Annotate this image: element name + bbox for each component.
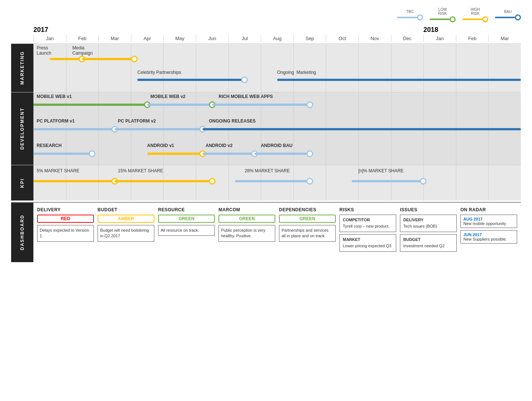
month-cell: Oct [326, 35, 358, 42]
gantt-bar [82, 58, 134, 60]
dashboard-heading: ISSUES [400, 207, 457, 212]
marketing-label: MARKETING [11, 44, 33, 92]
grid-line [423, 44, 424, 92]
gantt-bar [137, 79, 244, 81]
gantt-bar [33, 153, 92, 155]
marketing-content: Press LaunchMedia CampaignCelebrity Part… [33, 44, 521, 92]
legend-dot [482, 16, 488, 22]
month-cell: Jan [33, 35, 66, 42]
grid-line [326, 44, 326, 92]
legend-line [430, 16, 456, 22]
grid-line [98, 44, 99, 92]
legend-track [495, 17, 515, 18]
grid-line [229, 165, 229, 200]
legend-item-label: TBC [406, 10, 414, 14]
legend-item-label: HIGH RISK [471, 7, 480, 16]
month-cell: Mar [488, 35, 521, 42]
marketing-section: MARKETING Press LaunchMedia CampaignCele… [11, 43, 521, 92]
dashboard-col: ISSUESDELIVERYTech issues (BOB)BUDGETInv… [400, 207, 457, 258]
gantt-bar [115, 180, 212, 182]
dashboard-text: Budget will need bolstering in Q2 2017 [100, 228, 152, 239]
legend-dot [515, 14, 521, 20]
year-label: 2018 [423, 26, 438, 34]
gantt-dot [420, 178, 427, 185]
gantt-label: ANDROID BAU [261, 143, 292, 148]
grid-line [33, 44, 34, 92]
gantt-dot [209, 178, 216, 185]
dashboard-col: BUDGETAMBERBudget will need bolstering i… [98, 207, 154, 258]
month-cell: Nov [358, 35, 391, 42]
gantt-label: PC PLATFORM v1 [37, 118, 75, 124]
development-section: DEVELOPMENT MOBILE WEB v1MOBILE WEB v2RI… [11, 92, 521, 165]
gantt-dot [89, 150, 95, 157]
grid-line [229, 44, 229, 92]
gantt-label: PC PLATFORM v2 [118, 118, 156, 124]
dashboard-item-box: DELIVERYTech issues (BOB) [400, 215, 457, 232]
dashboard-item-box: COMPETITORTyrell corp – new product. [339, 215, 396, 232]
dashboard-col: ON RADARAUG 2017New mobile opportunityJU… [460, 207, 517, 258]
label-spacer [11, 26, 33, 43]
dashboard-item-title: BUDGET [403, 237, 453, 242]
dashboard-item-text: Lower pricing expected Q3 [343, 243, 393, 249]
grid-line [293, 165, 294, 200]
dashboard-heading: MARCOM [219, 207, 275, 212]
gantt-bar [254, 153, 310, 155]
dashboard-text: Delays expected to Version 1 [40, 228, 91, 239]
timeline-area: 20172018 JanFebMarAprMayJunJulAugSepOctN… [33, 26, 521, 43]
gantt-label: ONGOING RELEASES [209, 118, 256, 124]
kpi-section: KPI 5% MARKET SHARE15% MARKET SHARE28% M… [11, 165, 521, 200]
gantt-bar [147, 104, 212, 106]
grid-line [33, 165, 34, 200]
dashboard-heading: ON RADAR [460, 207, 517, 212]
gantt-dot [306, 178, 313, 185]
dashboard-heading: BUDGET [98, 207, 154, 212]
month-cell: Feb [456, 35, 489, 42]
gantt-label: Ongoing Marketing [277, 70, 316, 75]
dashboard-heading: DEPENDENCIES [279, 207, 336, 212]
dashboard-item-text: Tech issues (BOB) [403, 224, 453, 229]
on-radar-item: JUN 2017New Suppliers possible. [460, 230, 517, 244]
legend-track [462, 19, 483, 20]
status-badge: AMBER [98, 215, 154, 223]
gantt-bar [50, 58, 82, 60]
month-cell: Aug [261, 35, 293, 42]
month-cell: Jan [423, 35, 456, 42]
dashboard-content: DELIVERYREDDelays expected to Version 1B… [33, 203, 521, 262]
year-row: 20172018 [33, 26, 521, 34]
gantt-dot [306, 150, 313, 157]
legend: TBCLOW RISKHIGH RISKBAU [380, 7, 521, 22]
gantt-label: 5% MARKET SHARE [37, 168, 79, 173]
month-cell: Jul [229, 35, 261, 42]
grid-line [488, 165, 489, 200]
grid-line [326, 165, 326, 200]
legend-line [397, 14, 423, 20]
grid-line [131, 44, 131, 92]
gantt-label: ANDROID v1 [147, 143, 174, 148]
grid-line [261, 44, 261, 92]
grid-line [456, 165, 456, 200]
dashboard-col: RISKSCOMPETITORTyrell corp – new product… [339, 207, 396, 258]
status-badge: GREEN [158, 215, 215, 223]
grid-line [196, 165, 196, 200]
gantt-label: MOBILE WEB v2 [150, 94, 185, 99]
gantt-bar [203, 153, 254, 155]
gantt-dot [306, 101, 313, 108]
gantt-label: Press Launch [37, 45, 51, 56]
year-label: 2017 [33, 26, 48, 34]
month-cell: May [163, 35, 196, 42]
status-badge: GREEN [219, 215, 275, 223]
grid-line [391, 44, 391, 92]
gantt-label: Celebrity Partnerships [137, 70, 181, 75]
dashboard-item-title: COMPETITOR [343, 217, 393, 223]
gantt-dot [241, 76, 248, 83]
dashboard-text: All resource on track. [161, 228, 212, 233]
grid-line [163, 44, 164, 92]
page: TBCLOW RISKHIGH RISKBAU 20172018 JanFebM… [0, 0, 532, 401]
legend-line [495, 14, 521, 20]
legend-track [397, 17, 417, 18]
status-badge: RED [37, 215, 94, 223]
month-cell: Feb [66, 35, 99, 42]
gantt-label: RESEARCH [37, 143, 62, 148]
grid-line [196, 44, 196, 92]
dashboard-item-title: DELIVERY [403, 217, 453, 223]
